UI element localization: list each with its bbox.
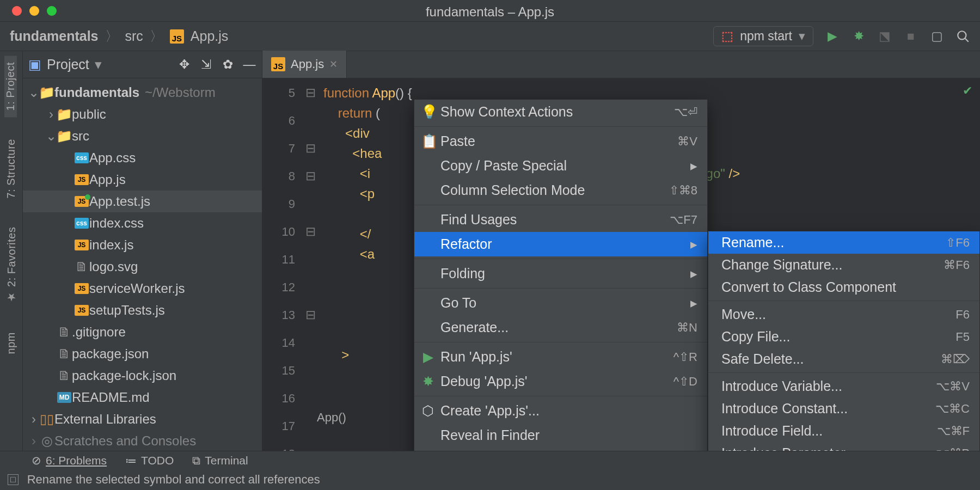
context-menu-item[interactable]: Copy / Paste Special▸	[414, 154, 707, 178]
fold-marker-icon[interactable]	[303, 388, 318, 408]
inspection-ok-icon[interactable]: ✔	[963, 84, 972, 98]
tree-item[interactable]: JSserviceWorker.js	[23, 278, 262, 299]
presentation-icon[interactable]: ▢	[930, 29, 944, 44]
submenu-item[interactable]: Introduce Constant...⌥⌘C	[708, 397, 979, 420]
fold-marker-icon[interactable]	[303, 249, 318, 270]
fold-marker-icon[interactable]: ⊟	[303, 83, 318, 103]
tree-item[interactable]: 🗎.gitignore	[23, 321, 262, 343]
toolwindow-structure[interactable]: 7: Structure	[5, 132, 17, 205]
close-tab-icon[interactable]: ✕	[329, 58, 338, 70]
line-number[interactable]: 15	[262, 360, 295, 381]
context-menu-item[interactable]: Folding▸	[414, 261, 707, 286]
fold-marker-icon[interactable]	[303, 277, 318, 297]
select-opened-icon[interactable]: ✥	[177, 58, 191, 72]
stop-icon[interactable]: ■	[904, 29, 918, 44]
chevron-down-icon[interactable]: ⌄	[28, 85, 39, 100]
tree-item[interactable]: ⌄📁src	[23, 125, 262, 147]
tree-item[interactable]: JSindex.js	[23, 234, 262, 256]
fold-marker-icon[interactable]: ⊟	[303, 166, 318, 186]
context-menu-item[interactable]: ✸Debug 'App.js'^⇧D	[414, 369, 707, 394]
run-config-selector[interactable]: ⬚ npm start ▾	[713, 26, 813, 46]
chevron-icon[interactable]: ⌄	[46, 128, 57, 144]
breadcrumb-file[interactable]: App.js	[191, 28, 228, 44]
fold-column[interactable]: ⊟⊟⊟⊟⊟	[303, 78, 318, 490]
tree-item[interactable]: cssApp.css	[23, 147, 262, 169]
fold-marker-icon[interactable]: ⊟	[303, 305, 318, 325]
context-menu-item[interactable]: 📋Paste⌘V	[414, 129, 707, 154]
fold-marker-icon[interactable]	[303, 416, 318, 436]
coverage-icon[interactable]: ⬔	[878, 29, 892, 44]
context-menu-item[interactable]: Refactor▸	[414, 232, 707, 256]
submenu-item[interactable]: Introduce Variable...⌥⌘V	[708, 375, 979, 397]
submenu-item[interactable]: Copy File...F5	[708, 326, 979, 348]
close-window-icon[interactable]	[12, 6, 22, 16]
bug-icon[interactable]: ✸	[852, 29, 866, 44]
fold-marker-icon[interactable]	[303, 111, 318, 131]
tree-item[interactable]: JSApp.js	[23, 169, 262, 191]
line-number[interactable]: 11	[262, 249, 295, 270]
tree-item[interactable]: 🗎package.json	[23, 343, 262, 365]
tree-item[interactable]: JSsetupTests.js	[23, 299, 262, 321]
hide-panel-icon[interactable]: —	[242, 58, 256, 72]
zoom-window-icon[interactable]	[47, 6, 57, 16]
line-gutter[interactable]: 5678910111213141516171819	[262, 78, 303, 490]
fold-marker-icon[interactable]: ⊟	[303, 138, 318, 158]
line-number[interactable]: 5	[262, 83, 295, 103]
line-number[interactable]: 13	[262, 305, 295, 325]
line-number[interactable]: 6	[262, 111, 295, 131]
submenu-item[interactable]: Rename...⇧F6	[708, 231, 979, 254]
tree-item[interactable]: ›📁public	[23, 103, 262, 125]
expand-all-icon[interactable]: ⇲	[199, 58, 213, 72]
tree-item[interactable]: MDREADME.md	[23, 387, 262, 408]
line-number[interactable]: 17	[262, 416, 295, 436]
problems-toolwindow[interactable]: ⊘6: Problems	[32, 454, 107, 467]
submenu-item[interactable]: Convert to Class Component	[708, 276, 979, 298]
terminal-toolwindow[interactable]: ⧉Terminal	[192, 454, 248, 467]
tree-item[interactable]: 🗎logo.svg	[23, 256, 262, 278]
breadcrumb[interactable]: fundamentals 〉 src 〉 JS App.js	[10, 27, 228, 45]
tree-item[interactable]: 🗎package-lock.json	[23, 365, 262, 387]
fold-marker-icon[interactable]	[303, 360, 318, 381]
toolwindow-favorites[interactable]: ★2: Favorites	[5, 220, 18, 310]
editor-tab[interactable]: JS App.js ✕	[262, 51, 347, 78]
line-number[interactable]: 8	[262, 166, 295, 186]
context-menu-item[interactable]: Find Usages⌥F7	[414, 207, 707, 232]
context-menu-item[interactable]: 💡Show Context Actions⌥⏎	[414, 100, 707, 124]
fold-marker-icon[interactable]	[303, 194, 318, 214]
chevron-right-icon[interactable]: ›	[28, 412, 39, 427]
minimize-window-icon[interactable]	[29, 6, 39, 16]
line-number[interactable]: 12	[262, 277, 295, 297]
line-number[interactable]: 10	[262, 222, 295, 242]
search-icon[interactable]	[956, 29, 970, 44]
chevron-icon[interactable]: ›	[46, 107, 57, 122]
toolwindow-project[interactable]: 1: Project	[4, 56, 19, 117]
gear-icon[interactable]: ✿	[220, 58, 235, 72]
context-menu-item[interactable]: Generate...⌘N	[414, 315, 707, 340]
context-menu-item[interactable]: Go To▸	[414, 291, 707, 315]
submenu-item[interactable]: Safe Delete...⌘⌦	[708, 348, 979, 370]
line-number[interactable]: 7	[262, 138, 295, 158]
context-menu-item[interactable]: Column Selection Mode⇧⌘8	[414, 178, 707, 203]
tree-external-libraries[interactable]: › ▯▯ External Libraries	[23, 408, 262, 430]
breadcrumb-folder[interactable]: src	[125, 28, 143, 44]
context-menu-item[interactable]: ⬡Create 'App.js'...	[414, 399, 707, 423]
context-menu-item[interactable]: Reveal in Finder	[414, 423, 707, 448]
toolwindow-npm[interactable]: npm	[5, 326, 17, 360]
chevron-right-icon[interactable]: ›	[28, 433, 39, 449]
project-view-selector[interactable]: ▣ Project ▾	[28, 57, 102, 72]
breadcrumb-root[interactable]: fundamentals	[10, 28, 99, 44]
tree-item[interactable]: JSApp.test.js	[23, 191, 262, 212]
project-tree[interactable]: ⌄ 📁 fundamentals ~/Webstorm ›📁public⌄📁sr…	[23, 78, 262, 451]
submenu-item[interactable]: Change Signature...⌘F6	[708, 254, 979, 276]
submenu-item[interactable]: Move...F6	[708, 303, 979, 326]
tree-item[interactable]: cssindex.css	[23, 212, 262, 234]
fold-marker-icon[interactable]: ⊟	[303, 222, 318, 242]
line-number[interactable]: 9	[262, 194, 295, 214]
editor-crumb-foot[interactable]: App()	[317, 411, 346, 425]
fold-marker-icon[interactable]	[303, 333, 318, 353]
tree-root[interactable]: ⌄ 📁 fundamentals ~/Webstorm	[23, 82, 262, 103]
context-menu-item[interactable]: ▶Run 'App.js'^⇧R	[414, 345, 707, 369]
play-icon[interactable]: ▶	[825, 29, 840, 44]
tree-scratches[interactable]: › ◎ Scratches and Consoles	[23, 430, 262, 451]
submenu-item[interactable]: Introduce Field...⌥⌘F	[708, 420, 979, 442]
